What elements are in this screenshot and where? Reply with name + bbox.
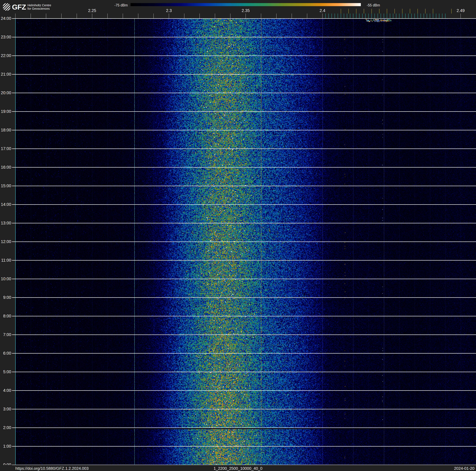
hour-gridline <box>12 148 476 149</box>
wifi-channel-tick <box>425 9 425 14</box>
hour-label: 12:00 <box>1 239 11 244</box>
ble-channel-tick <box>350 14 350 18</box>
ble-channel-tick <box>384 14 384 18</box>
ble-channel-tick <box>368 14 369 18</box>
gfz-subtitle: Helmholtz Centre for Geosciences <box>28 3 51 10</box>
freq-minor-tick <box>138 14 138 18</box>
freq-minor-tick <box>184 14 184 18</box>
wifi-channel-tick <box>341 9 341 14</box>
ble-channel-tick <box>439 14 439 18</box>
power-colorbar <box>131 3 361 6</box>
wifi-channel-tick <box>356 9 357 14</box>
hour-gridline <box>12 390 476 391</box>
hour-label: 10:00 <box>1 276 11 281</box>
hour-gridline <box>12 37 476 37</box>
hour-label: 24:00 <box>1 16 11 21</box>
gfz-subtitle-line2: for Geosciences <box>28 7 51 10</box>
ble-channel-tick <box>414 14 415 18</box>
hour-label: 23:00 <box>1 35 11 39</box>
freq-minor-tick <box>92 14 92 18</box>
hour-label: 13:00 <box>1 221 11 225</box>
gfz-logo: GFZ Helmholtz Centre for Geosciences <box>3 3 51 11</box>
ble-channel-tick <box>335 14 335 18</box>
hour-label: 16:00 <box>1 165 11 170</box>
freq-minor-tick <box>31 14 31 18</box>
wifi-channel-tick <box>410 9 410 14</box>
hour-gridline <box>12 167 476 167</box>
colorbar-min-label: -75 dBm <box>114 3 128 7</box>
ble-channel-tick <box>408 14 408 18</box>
ble-channel-tick <box>359 14 359 18</box>
ble-channel-tick <box>427 14 427 18</box>
ble-channel-tick <box>405 14 406 18</box>
freq-minor-tick <box>261 14 261 18</box>
hour-label: 11:00 <box>1 258 11 263</box>
freq-minor-tick <box>46 14 46 18</box>
hour-gridline <box>12 334 476 335</box>
wifi-channel-tick <box>394 9 395 14</box>
ble-channel-tick <box>402 14 402 18</box>
freq-axis-label: 2.35 <box>242 8 250 13</box>
ble-channel-tick <box>378 14 378 18</box>
hour-gridline <box>12 297 476 298</box>
hour-gridline <box>12 204 476 205</box>
hour-gridline <box>12 353 476 354</box>
ble-channel-tick <box>442 14 442 18</box>
hour-label: 18:00 <box>1 128 11 132</box>
ble-channel-tick <box>396 14 396 18</box>
hour-label: 8:00 <box>3 314 11 319</box>
ble-channel-tick <box>325 14 326 18</box>
hour-gridline <box>12 316 476 316</box>
hour-gridline <box>12 111 476 112</box>
hour-label: 22:00 <box>1 53 11 58</box>
footer-date-text: 2024-01-20 <box>454 466 475 471</box>
hour-label: 21:00 <box>1 72 11 77</box>
ble-channel-tick <box>387 14 387 18</box>
hour-label: 3:00 <box>3 407 11 412</box>
freq-axis-label: 2.49 <box>457 8 465 13</box>
freq-minor-tick <box>77 14 77 18</box>
wifi-channel-tick <box>418 9 418 14</box>
ble-channel-tick <box>374 14 375 18</box>
freq-axis-label: 2.3 <box>166 8 172 13</box>
freq-minor-tick <box>230 14 230 18</box>
freq-minor-tick <box>276 14 276 18</box>
ble-channel-tick <box>372 14 372 18</box>
ble-channel-tick <box>344 14 344 18</box>
hour-label: 20:00 <box>1 91 11 95</box>
ble-channel-tick <box>365 14 366 18</box>
colorbar-max-label: -55 dBm <box>367 3 380 7</box>
ble-channel-tick <box>390 14 390 18</box>
freq-minor-tick <box>15 14 16 18</box>
gfz-acronym: GFZ <box>12 3 26 11</box>
ble-channel-tick <box>421 14 421 18</box>
freq-minor-tick <box>200 14 200 18</box>
wifi-channel-tick <box>379 9 379 14</box>
footer-doi-text: https://doi.org/10.5880/GFZ.1.2.2024.003 <box>15 466 89 471</box>
hour-gridline <box>12 130 476 130</box>
freq-minor-tick <box>153 14 154 18</box>
ble-channel-tick <box>356 14 357 18</box>
gfz-subtitle-line1: Helmholtz Centre <box>28 3 51 7</box>
freq-minor-tick <box>307 14 307 18</box>
freq-minor-tick <box>292 14 292 18</box>
wifi-channel-tick <box>348 9 349 14</box>
freq-minor-tick <box>123 14 123 18</box>
hour-gridline <box>12 223 476 223</box>
freq-minor-tick <box>460 14 461 18</box>
hour-gridline <box>12 279 476 279</box>
ble-channel-tick <box>424 14 424 18</box>
hour-label: 19:00 <box>1 109 11 114</box>
hour-gridline <box>12 18 476 19</box>
wifi-channel-tick <box>372 9 372 14</box>
freq-minor-tick <box>246 14 246 18</box>
wifi-channel-tick <box>451 9 452 14</box>
hour-gridline <box>12 55 476 56</box>
ble-channel-tick <box>433 14 433 18</box>
wifi-channel-tick <box>402 9 402 14</box>
hour-label: 7:00 <box>3 332 11 337</box>
freq-minor-tick <box>169 14 169 18</box>
hour-gridline <box>12 409 476 409</box>
hour-label: 5:00 <box>3 370 11 374</box>
hour-label: 1:00 <box>3 444 11 449</box>
